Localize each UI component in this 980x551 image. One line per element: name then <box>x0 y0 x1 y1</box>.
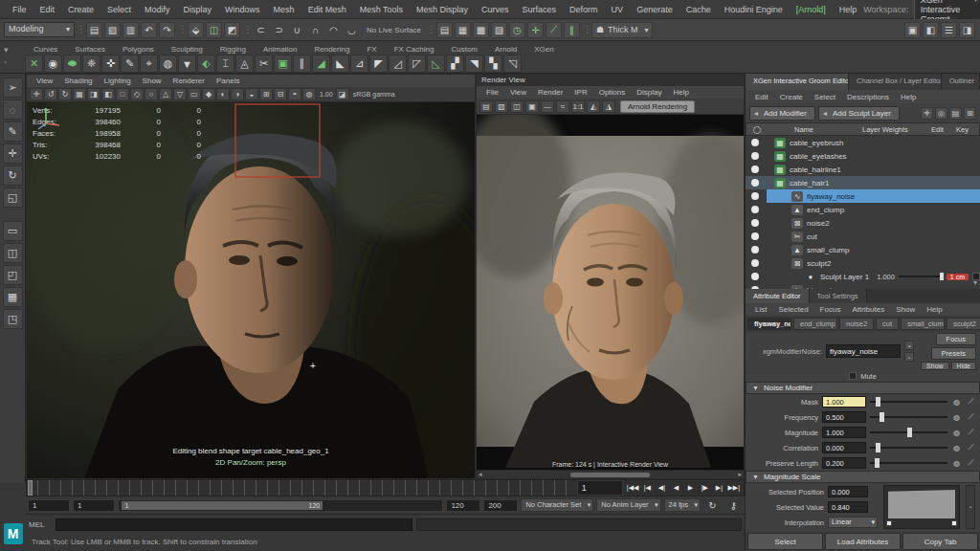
shelf-tab[interactable]: Animation <box>255 45 306 54</box>
statusline-separator[interactable]: ⋮ <box>178 22 185 37</box>
animation-end-field[interactable] <box>483 499 518 512</box>
modeling-toolkit-icon[interactable]: ▣ <box>904 22 921 38</box>
render-view-menu-item[interactable]: IPR <box>568 88 592 97</box>
attribute-slider[interactable] <box>870 431 947 433</box>
attribute-editor-toggle-icon[interactable]: ◧ <box>923 22 939 38</box>
anim-layer-dropdown[interactable]: No Anim Layer <box>596 498 660 512</box>
snap-point-icon[interactable]: ∪ <box>289 22 305 38</box>
paint-select-tool[interactable]: ✎ <box>3 121 23 142</box>
menu-item[interactable]: Select <box>100 5 138 14</box>
attribute-value-field[interactable] <box>822 457 866 469</box>
layer-radio-button[interactable] <box>751 246 759 253</box>
colorspace-icon[interactable]: ◪ <box>336 88 349 100</box>
playback-loop-icon[interactable]: ↻ <box>704 497 721 514</box>
menu-item[interactable]: Edit <box>33 5 62 14</box>
animation-start-field[interactable] <box>28 499 70 512</box>
xgen-noise-icon[interactable]: ◬ <box>235 55 254 73</box>
visibility-icon[interactable]: ◎ <box>935 107 947 120</box>
menu-item[interactable]: Mesh Tools <box>353 5 410 14</box>
arnold-rendering-button[interactable]: Arnold Rendering <box>620 100 695 113</box>
curve-edit-icon[interactable]: ⟋ <box>966 443 976 452</box>
xgen-description-icon[interactable]: ⬬ <box>63 55 81 73</box>
tree-scroll-arrow[interactable]: ▾ <box>973 278 977 287</box>
rgb-channel-icon[interactable]: ◭ <box>587 100 600 113</box>
render-view-menu-item[interactable]: Display <box>631 88 667 97</box>
add-sculpt-layer-button[interactable]: Add Sculpt Layer <box>818 106 900 121</box>
viewport-menu-item[interactable]: Shading <box>58 77 98 85</box>
texture-map-icon[interactable]: ◍ <box>951 429 962 437</box>
viewport-toolbar-icon[interactable]: ◧ <box>101 88 115 100</box>
curve-edit-icon[interactable]: ⟋ <box>966 428 976 437</box>
expand-icon[interactable]: ▫ <box>904 352 914 362</box>
viewport-toolbar-icon[interactable]: ↻ <box>58 88 72 100</box>
range-slider-inner[interactable]: 1 120 <box>122 501 323 510</box>
xgen-sculpt-icon[interactable]: ▣ <box>274 55 292 73</box>
viewport-menu-item[interactable]: Panels <box>211 77 245 85</box>
viewport-toolbar-icon[interactable]: △ <box>159 88 172 100</box>
footer-button[interactable]: Select <box>747 533 823 550</box>
viewport-toolbar-icon[interactable]: ▭ <box>188 88 201 100</box>
shelf-tab[interactable]: FX <box>358 45 385 54</box>
render-view-menu-item[interactable]: Render <box>532 88 568 97</box>
brush-smooth-icon[interactable]: ◣ <box>331 55 349 73</box>
add-icon[interactable]: ✛ <box>921 107 933 120</box>
ae-menu-item[interactable]: Help <box>921 305 947 314</box>
tree-row[interactable]: ▦ cable_eyelashes <box>746 149 980 163</box>
xgen-menu-item[interactable]: Edit <box>749 93 774 101</box>
shelf-tab[interactable]: Curves <box>25 45 66 54</box>
render-view-image[interactable]: Frame: 124 s | Interactive Render View <box>477 115 744 470</box>
ae-menu-item[interactable]: Show <box>890 305 921 314</box>
interpolation-dropdown[interactable]: Linear <box>828 517 878 528</box>
add-modifier-button[interactable]: Add Modifier <box>749 106 815 121</box>
render-view-menu-item[interactable]: View <box>504 88 532 97</box>
menu-item[interactable]: File <box>6 5 33 14</box>
viewport-menu-item[interactable]: Renderer <box>167 77 211 85</box>
shelf-tab[interactable]: Rendering <box>305 45 358 54</box>
viewport-toolbar-icon[interactable]: ◐ <box>216 88 230 100</box>
selected-value-field[interactable] <box>828 501 868 513</box>
ramp-handle[interactable] <box>951 520 957 526</box>
render-current-frame-icon[interactable]: ▤ <box>436 22 453 38</box>
channel-box-toggle-icon[interactable]: ◨ <box>959 22 975 38</box>
character-dropdown[interactable]: ☗ Thick M <box>591 22 653 38</box>
layer-radio-button[interactable] <box>751 219 759 227</box>
xgen-density-icon[interactable]: ◍ <box>159 55 177 73</box>
single-pane-layout[interactable]: ▭ <box>3 221 23 241</box>
redo-icon[interactable]: ↷ <box>159 22 175 38</box>
select-hierarchy-icon[interactable]: ⬙ <box>188 22 204 38</box>
snap-view-plane-icon[interactable]: ◠ <box>325 22 342 38</box>
time-slider[interactable]: 1 |◀◀|◀◀|◀▶|▶▶|▶▶| <box>26 479 745 496</box>
layer-radio-button[interactable] <box>751 232 759 240</box>
xgen-modifier-icon[interactable]: ⬖ <box>197 55 215 73</box>
statusline-separator[interactable]: ⋮ <box>243 22 250 37</box>
footer-button[interactable]: Copy Tab <box>902 533 978 550</box>
layer-weight-slider[interactable] <box>899 276 943 277</box>
xgen-groom-icon[interactable]: ❈ <box>82 55 100 73</box>
mel-input-field[interactable] <box>56 518 412 531</box>
tree-row[interactable]: ▲ small_clump <box>746 243 980 256</box>
separator-icon[interactable]: ∥ <box>293 55 311 73</box>
shelf-tab[interactable]: XGen <box>525 45 562 54</box>
xgen-clump-icon[interactable]: ⌶ <box>216 55 234 73</box>
brush-length-icon[interactable]: ◤ <box>369 55 388 73</box>
layer-radio-button[interactable] <box>751 286 759 289</box>
node-tab[interactable]: noise2 <box>839 318 874 330</box>
viewport-menu-item[interactable]: View <box>31 77 58 85</box>
viewport-canvas[interactable]: Verts:197195 00 Edges:398460 00 Faces:19… <box>27 102 475 478</box>
snap-grid-icon[interactable]: ⊂ <box>253 22 269 38</box>
menu-set-dropdown[interactable]: Modeling <box>4 22 75 37</box>
tree-row[interactable]: ⊠ sculpt2 <box>746 256 980 270</box>
weights-column-header[interactable]: Layer Weights <box>862 125 931 134</box>
menu-item[interactable]: Help <box>833 5 864 14</box>
attribute-slider[interactable] <box>870 462 947 464</box>
lasso-tool[interactable]: ◌ <box>3 99 23 120</box>
menu-item[interactable]: Edit Mesh <box>301 5 353 14</box>
layer-radio-button[interactable] <box>751 206 759 213</box>
go-to-end-button[interactable]: ▶▶| <box>726 481 741 495</box>
ae-menu-item[interactable]: Selected <box>772 305 813 314</box>
scroll-right-arrow[interactable]: ▸ <box>738 471 742 478</box>
pin-icon[interactable]: ▪ <box>904 341 914 350</box>
noise-modifier-section-header[interactable]: ▼ Noise Modifier <box>746 382 980 394</box>
attribute-slider[interactable] <box>870 447 947 449</box>
snap-projected-center-icon[interactable]: ∩ <box>307 22 323 38</box>
